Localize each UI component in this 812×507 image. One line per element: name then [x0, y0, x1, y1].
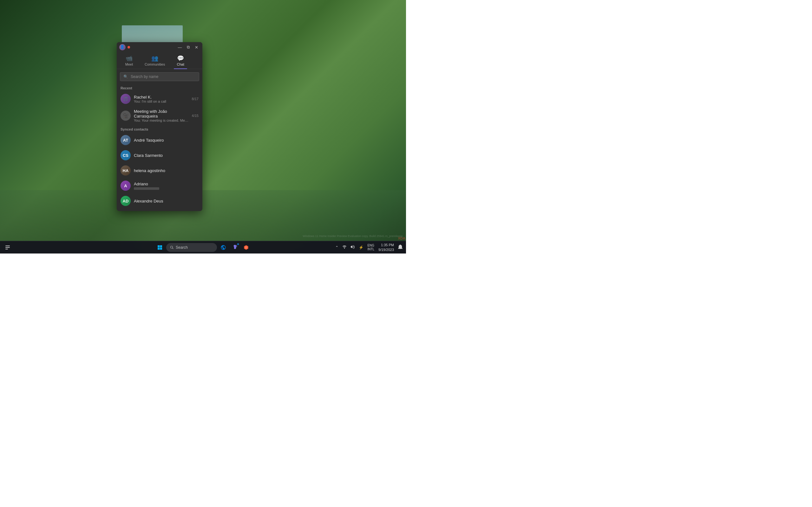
svg-rect-6 — [160, 247, 162, 250]
xda-badge: XDA — [398, 236, 405, 240]
contact-name: Alexandre Deus — [134, 199, 199, 204]
watermark-text: Windows 11 Home Insider Preview Evaluati… — [303, 234, 404, 239]
contact-status: You: Your meeting is created. Meeting li… — [134, 118, 189, 122]
contact-name: helena agostinho — [134, 168, 199, 173]
taskbar-search-label: Search — [176, 245, 188, 250]
contact-name: Clara Sarmento — [134, 153, 199, 158]
avatar: A — [120, 181, 131, 191]
tab-chat-label: Chat — [177, 62, 184, 66]
taskbar-search[interactable]: Search — [166, 243, 217, 252]
meeting-icon: 🎥 — [122, 113, 129, 119]
clock-date: 9/19/2023 — [378, 247, 394, 252]
clock-time: 1:35 PM — [378, 243, 394, 247]
language-indicator[interactable]: ENGINTL — [366, 243, 375, 252]
avatar: CS — [120, 150, 131, 160]
svg-rect-4 — [160, 245, 162, 247]
redacted-status — [134, 187, 159, 190]
svg-rect-3 — [158, 245, 160, 247]
tab-chat[interactable]: 💬 Chat — [169, 52, 192, 69]
restore-button[interactable]: ⧉ — [185, 44, 192, 51]
svg-rect-5 — [158, 247, 160, 250]
tab-bar: 📹 Meet 👥 Communities 💬 Chat — [117, 52, 202, 69]
start-button[interactable] — [155, 242, 165, 252]
chat-icon: 💬 — [177, 55, 184, 62]
contact-name: Meeting with João Carrasqueira — [134, 109, 189, 118]
avatar: AT — [120, 135, 131, 145]
power-icon[interactable]: ⚡ — [358, 245, 364, 250]
taskbar-center: Search — [155, 242, 251, 252]
contact-info: Meeting with João Carrasqueira You: Your… — [134, 109, 189, 122]
avatar: 🎥 — [120, 111, 131, 121]
browser-button[interactable] — [218, 242, 229, 252]
list-item[interactable]: HA helena agostinho — [117, 163, 202, 178]
teams-button[interactable] — [230, 242, 240, 252]
contact-info: helena agostinho — [134, 168, 199, 173]
list-item[interactable]: 🎵 Rachel K. You: I'm still on a call 8/1… — [117, 91, 202, 107]
contact-status: You: I'm still on a call — [134, 100, 189, 103]
contact-date: 8/17 — [192, 97, 199, 101]
list-item[interactable]: AT André Tasqueiro — [117, 132, 202, 148]
system-tray: ⌃ ⚡ — [334, 241, 403, 253]
avatar: AD — [120, 196, 131, 206]
svg-rect-0 — [5, 245, 10, 246]
taskbar-left — [0, 242, 13, 252]
search-field[interactable]: 🔍 — [120, 72, 199, 81]
show-hidden-icons-button[interactable]: ⌃ — [334, 245, 339, 250]
meet-icon: 📹 — [125, 55, 133, 62]
contact-info: Clara Sarmento — [134, 153, 199, 158]
teams-window: — ⧉ ✕ 📹 Meet 👥 Communities 💬 Chat 🔍 — [117, 42, 202, 211]
svg-point-7 — [171, 246, 173, 248]
title-bar: — ⧉ ✕ — [117, 42, 202, 52]
title-bar-controls: — ⧉ ✕ — [176, 44, 200, 51]
desktop: — ⧉ ✕ 📹 Meet 👥 Communities 💬 Chat 🔍 — [0, 0, 406, 253]
taskbar-right: ⌃ ⚡ — [334, 241, 406, 253]
action-center-button[interactable] — [3, 242, 13, 252]
contact-info: Rachel K. You: I'm still on a call — [134, 95, 189, 103]
title-bar-left — [119, 44, 130, 50]
search-icon: 🔍 — [123, 74, 128, 79]
notification-button[interactable] — [397, 244, 403, 250]
list-item[interactable]: A Adriano — [117, 178, 202, 193]
svg-rect-2 — [5, 249, 8, 249]
close-button[interactable]: ✕ — [193, 44, 200, 51]
svg-line-8 — [172, 248, 173, 249]
search-input[interactable] — [131, 74, 196, 79]
recent-section-label: Recent — [117, 83, 202, 91]
tab-meet-label: Meet — [125, 62, 133, 66]
status-indicator — [128, 46, 130, 49]
contact-info: André Tasqueiro — [134, 138, 199, 143]
contacts-content: Recent 🎵 Rachel K. You: I'm still on a c… — [117, 83, 202, 211]
contact-name: André Tasqueiro — [134, 138, 199, 143]
svg-rect-1 — [5, 247, 10, 248]
avatar-emoji: 🎵 — [123, 97, 128, 101]
list-item[interactable]: 🎥 Meeting with João Carrasqueira You: Yo… — [117, 107, 202, 125]
clock[interactable]: 1:35 PM 9/19/2023 — [377, 242, 395, 252]
contact-date: 4/15 — [192, 114, 199, 118]
avatar: 🎵 — [120, 94, 131, 104]
teams-badge — [237, 243, 239, 245]
contact-info: Alexandre Deus — [134, 199, 199, 204]
tab-communities-label: Communities — [145, 62, 165, 66]
synced-contacts-section-label: Synced contacts — [117, 125, 202, 132]
contact-info: Adriano — [134, 181, 199, 190]
list-item[interactable]: CS Clara Sarmento — [117, 148, 202, 163]
list-item[interactable]: AD Alexandre Deus — [117, 193, 202, 209]
user-avatar — [119, 44, 125, 50]
tab-communities[interactable]: 👥 Communities — [140, 52, 169, 69]
network-icon[interactable] — [341, 244, 348, 250]
tab-meet[interactable]: 📹 Meet — [118, 52, 140, 69]
minimize-button[interactable]: — — [176, 44, 183, 51]
svg-point-9 — [344, 248, 345, 249]
taskbar: Search — [0, 241, 406, 253]
contact-name: Rachel K. — [134, 95, 189, 100]
avatar: HA — [120, 165, 131, 176]
contact-name: Adriano — [134, 181, 199, 186]
communities-icon: 👥 — [151, 55, 158, 62]
brave-button[interactable] — [241, 242, 251, 252]
volume-icon[interactable] — [350, 244, 356, 250]
